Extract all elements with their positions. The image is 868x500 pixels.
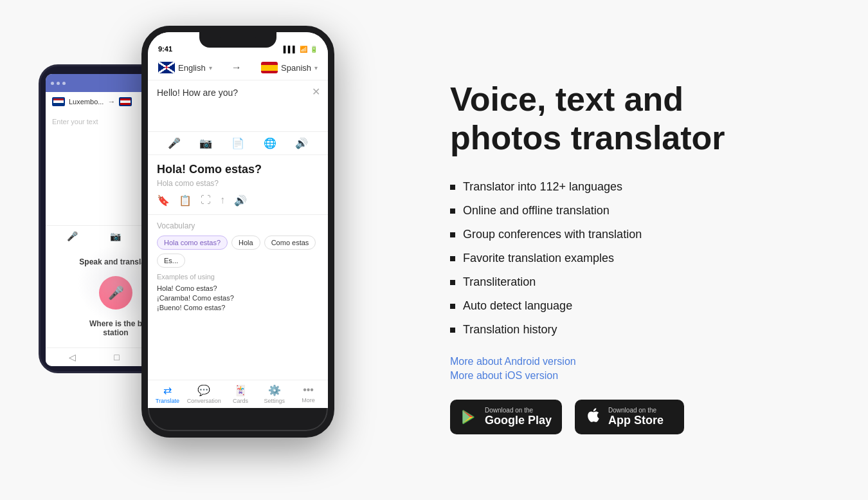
tab-translate-label: Translate [156,398,179,404]
feature-item-2: Online and offline translation [450,204,829,218]
tab-settings-label: Settings [264,398,285,404]
tab-more-label: More [302,397,315,403]
expand-icon[interactable]: ⛶ [201,194,211,207]
ios-link[interactable]: More about iOS version [450,370,829,382]
title-line1: Voice, text and [450,80,683,118]
copy-icon[interactable]: 📋 [179,194,192,207]
app-input-area[interactable]: Hello! How are you? ✕ [148,80,328,132]
iphone-time: 9:41 [158,45,172,53]
flag-uk-icon [158,62,175,73]
tab-more[interactable]: ••• More [294,384,323,404]
app-store-small: Download on the [608,407,664,414]
iphone-phone: 9:41 ▌▌▌ 📶 🔋 English ▾ → [141,26,334,438]
feature-item-4: Favorite translation examples [450,252,829,265]
feature-text-3: Group conferences with translation [463,228,642,241]
tab-cards-label: Cards [233,398,248,404]
status-icons: ▌▌▌ 📶 🔋 [284,46,318,53]
android-mic-icon[interactable]: 🎤 [67,231,78,241]
phones-section: Luxembo... → Enter your text 🎤 📷 ⌨️ Spea… [39,26,399,489]
speaker-tool-icon[interactable]: 🔊 [295,137,308,149]
flag-es-icon [261,62,278,73]
vocab-title: Vocabulary [157,221,319,230]
vocab-chip-0[interactable]: Hola como estas? [157,236,228,250]
google-play-badge[interactable]: Download on the Google Play [450,400,562,434]
tab-conversation-label: Conversation [187,398,221,404]
lang-from-selector[interactable]: English ▾ [158,62,212,73]
example-item-0: Hola! Como estas? [157,284,319,292]
speaker2-icon[interactable]: 🔊 [234,194,247,207]
content-section: Voice, text and photos translator Transl… [437,80,829,435]
bullet-7 [450,328,455,333]
app-tab-bar: ⇄ Translate 💬 Conversation 🃏 Cards ⚙️ Se… [148,380,328,408]
features-list: Translator into 112+ languages Online an… [450,180,829,337]
google-play-icon [460,408,478,426]
bookmark-icon[interactable]: 🔖 [157,194,170,207]
output-sub-text: Hola como estas? [157,179,319,188]
doc-tool-icon[interactable]: 📄 [231,137,244,149]
tab-settings[interactable]: ⚙️ Settings [260,384,289,404]
feature-item-5: Transliteration [450,275,829,289]
feature-text-2: Online and offline translation [463,204,610,218]
android-flag-from [52,97,65,106]
lang-to-selector[interactable]: Spanish ▾ [261,62,318,73]
bullet-3 [450,232,455,237]
bullet-2 [450,208,455,214]
android-lang-from-label: Luxembo... [69,98,104,106]
close-button[interactable]: ✕ [312,86,320,98]
examples-label: Examples of using [157,273,319,281]
app-tools-row: 🎤 📷 📄 🌐 🔊 [148,132,328,155]
lang-from-chevron: ▾ [209,64,212,71]
example-item-1: ¡Caramba! Como estas? [157,294,319,302]
android-flag-to [119,97,132,106]
feature-text-1: Translator into 112+ languages [463,180,622,194]
iphone-notch [199,32,276,48]
android-link[interactable]: More about Android version [450,356,829,367]
globe-tool-icon[interactable]: 🌐 [264,137,276,149]
vocab-chip-3[interactable]: Es... [157,254,185,268]
battery-icon: 🔋 [310,46,318,53]
feature-item-1: Translator into 112+ languages [450,180,829,194]
page-container: Luxembo... → Enter your text 🎤 📷 ⌨️ Spea… [0,0,868,500]
android-input-placeholder: Enter your text [52,118,98,125]
feature-text-6: Auto detect language [463,299,572,313]
feature-text-5: Transliteration [463,275,536,289]
android-back-icon[interactable]: ◁ [69,352,76,362]
store-badges: Download on the Google Play Download on … [450,400,829,434]
share-icon[interactable]: ↑ [220,194,225,207]
lang-to-chevron: ▾ [314,64,318,71]
bullet-4 [450,256,455,261]
google-play-big: Google Play [485,414,552,428]
tab-conversation[interactable]: 💬 Conversation [187,384,221,404]
vocab-chip-2[interactable]: Como estas [264,236,316,250]
apple-icon [585,407,602,428]
tab-cards[interactable]: 🃏 Cards [226,384,255,404]
android-dot-1 [51,82,54,85]
vocab-chip-1[interactable]: Hola [231,236,260,250]
output-actions: 🔖 📋 ⛶ ↑ 🔊 [157,194,319,207]
output-main-text: Hola! Como estas? [157,163,319,176]
app-vocab: Vocabulary Hola como estas? Hola Como es… [148,215,328,380]
android-dot-2 [57,82,60,85]
camera-tool-icon[interactable]: 📷 [199,137,212,149]
bullet-6 [450,304,455,309]
links-section: More about Android version More about iO… [450,356,829,382]
lang-swap-button[interactable]: → [231,62,242,73]
vocab-chips: Hola como estas? Hola Como estas Es... [157,236,319,268]
example-item-2: ¡Bueno! Como estas? [157,304,319,311]
iphone-screen: 9:41 ▌▌▌ 📶 🔋 English ▾ → [148,32,328,408]
lang-to-label: Spanish [281,63,311,73]
title-line2: photos translator [450,119,725,156]
android-home-icon[interactable]: □ [114,352,119,362]
main-title: Voice, text and photos translator [450,80,829,158]
app-lang-bar[interactable]: English ▾ → Spanish ▾ [148,55,328,80]
bullet-1 [450,185,455,190]
android-swap-icon[interactable]: → [107,97,115,106]
app-store-badge[interactable]: Download on the App Store [575,400,684,434]
cards-tab-icon: 🃏 [234,384,247,396]
mic-tool-icon[interactable]: 🎤 [168,137,181,149]
android-camera-icon[interactable]: 📷 [110,231,121,241]
feature-item-7: Translation history [450,323,829,337]
wifi-icon: 📶 [300,46,307,53]
feature-text-4: Favorite translation examples [463,252,614,265]
tab-translate[interactable]: ⇄ Translate [153,384,182,404]
